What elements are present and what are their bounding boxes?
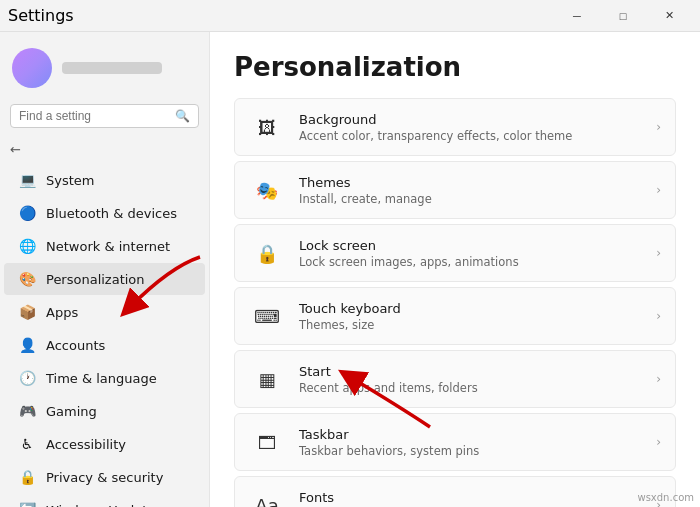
nav-label-personalization: Personalization <box>46 272 145 287</box>
user-name-bar <box>62 62 162 74</box>
settings-title-taskbar: Taskbar <box>299 427 642 442</box>
sidebar-item-accessibility[interactable]: ♿ Accessibility <box>4 428 205 460</box>
settings-item-touch-keyboard[interactable]: ⌨ Touch keyboard Themes, size › <box>234 287 676 345</box>
chevron-icon-touch-keyboard: › <box>656 309 661 323</box>
nav-label-time: Time & language <box>46 371 157 386</box>
nav-label-update: Windows Update <box>46 503 155 508</box>
nav-icon-apps: 📦 <box>18 303 36 321</box>
nav-icon-accessibility: ♿ <box>18 435 36 453</box>
chevron-icon-background: › <box>656 120 661 134</box>
nav-icon-personalization: 🎨 <box>18 270 36 288</box>
sidebar-item-privacy[interactable]: 🔒 Privacy & security <box>4 461 205 493</box>
nav-icon-accounts: 👤 <box>18 336 36 354</box>
settings-item-start[interactable]: ▦ Start Recent apps and items, folders › <box>234 350 676 408</box>
sidebar-item-network[interactable]: 🌐 Network & internet <box>4 230 205 262</box>
settings-icon-fonts: Aa <box>249 487 285 507</box>
settings-list: 🖼 Background Accent color, transparency … <box>234 98 676 507</box>
search-icon: 🔍 <box>175 109 190 123</box>
watermark: wsxdn.com <box>637 492 694 503</box>
settings-item-themes[interactable]: 🎭 Themes Install, create, manage › <box>234 161 676 219</box>
nav-back[interactable]: ← <box>0 136 209 163</box>
search-box[interactable]: 🔍 <box>10 104 199 128</box>
title-bar: Settings ─ □ ✕ <box>0 0 700 32</box>
page-title: Personalization <box>234 52 676 82</box>
main-content: Personalization 🖼 Background Accent colo… <box>210 32 700 507</box>
search-input[interactable] <box>19 109 169 123</box>
sidebar-item-apps[interactable]: 📦 Apps <box>4 296 205 328</box>
nav-icon-privacy: 🔒 <box>18 468 36 486</box>
nav-label-system: System <box>46 173 94 188</box>
nav-icon-time: 🕐 <box>18 369 36 387</box>
title-bar-controls: ─ □ ✕ <box>554 0 692 32</box>
settings-item-fonts[interactable]: Aa Fonts Install, manage › <box>234 476 676 507</box>
nav-label-apps: Apps <box>46 305 78 320</box>
sidebar-item-update[interactable]: 🔄 Windows Update <box>4 494 205 507</box>
settings-icon-lock-screen: 🔒 <box>249 235 285 271</box>
settings-title-touch-keyboard: Touch keyboard <box>299 301 642 316</box>
sidebar-item-bluetooth[interactable]: 🔵 Bluetooth & devices <box>4 197 205 229</box>
nav-items-container: 💻 System 🔵 Bluetooth & devices 🌐 Network… <box>0 163 209 507</box>
chevron-icon-lock-screen: › <box>656 246 661 260</box>
maximize-button[interactable]: □ <box>600 0 646 32</box>
settings-desc-themes: Install, create, manage <box>299 192 642 206</box>
settings-title-start: Start <box>299 364 642 379</box>
avatar <box>12 48 52 88</box>
settings-desc-start: Recent apps and items, folders <box>299 381 642 395</box>
settings-desc-lock-screen: Lock screen images, apps, animations <box>299 255 642 269</box>
sidebar-item-system[interactable]: 💻 System <box>4 164 205 196</box>
settings-desc-background: Accent color, transparency effects, colo… <box>299 129 642 143</box>
settings-icon-background: 🖼 <box>249 109 285 145</box>
close-button[interactable]: ✕ <box>646 0 692 32</box>
sidebar-item-personalization[interactable]: 🎨 Personalization <box>4 263 205 295</box>
settings-icon-start: ▦ <box>249 361 285 397</box>
nav-icon-bluetooth: 🔵 <box>18 204 36 222</box>
chevron-icon-taskbar: › <box>656 435 661 449</box>
settings-desc-touch-keyboard: Themes, size <box>299 318 642 332</box>
sidebar: 🔍 ← 💻 System 🔵 Bluetooth & devices 🌐 Net… <box>0 32 210 507</box>
settings-item-taskbar[interactable]: 🗔 Taskbar Taskbar behaviors, system pins… <box>234 413 676 471</box>
settings-title-background: Background <box>299 112 642 127</box>
title-bar-left: Settings <box>8 6 74 25</box>
nav-icon-network: 🌐 <box>18 237 36 255</box>
sidebar-item-accounts[interactable]: 👤 Accounts <box>4 329 205 361</box>
chevron-icon-themes: › <box>656 183 661 197</box>
sidebar-item-gaming[interactable]: 🎮 Gaming <box>4 395 205 427</box>
nav-label-bluetooth: Bluetooth & devices <box>46 206 177 221</box>
settings-item-lock-screen[interactable]: 🔒 Lock screen Lock screen images, apps, … <box>234 224 676 282</box>
settings-title-lock-screen: Lock screen <box>299 238 642 253</box>
settings-desc-taskbar: Taskbar behaviors, system pins <box>299 444 642 458</box>
sidebar-item-time[interactable]: 🕐 Time & language <box>4 362 205 394</box>
settings-title-fonts: Fonts <box>299 490 642 505</box>
nav-label-accessibility: Accessibility <box>46 437 126 452</box>
sidebar-user <box>0 40 209 100</box>
settings-icon-touch-keyboard: ⌨ <box>249 298 285 334</box>
back-icon: ← <box>10 142 21 157</box>
nav-label-gaming: Gaming <box>46 404 97 419</box>
nav-label-network: Network & internet <box>46 239 170 254</box>
settings-icon-themes: 🎭 <box>249 172 285 208</box>
settings-title-themes: Themes <box>299 175 642 190</box>
minimize-button[interactable]: ─ <box>554 0 600 32</box>
nav-icon-gaming: 🎮 <box>18 402 36 420</box>
settings-item-background[interactable]: 🖼 Background Accent color, transparency … <box>234 98 676 156</box>
nav-label-privacy: Privacy & security <box>46 470 163 485</box>
settings-icon-taskbar: 🗔 <box>249 424 285 460</box>
nav-icon-update: 🔄 <box>18 501 36 507</box>
title-bar-title: Settings <box>8 6 74 25</box>
nav-label-accounts: Accounts <box>46 338 105 353</box>
chevron-icon-start: › <box>656 372 661 386</box>
nav-icon-system: 💻 <box>18 171 36 189</box>
